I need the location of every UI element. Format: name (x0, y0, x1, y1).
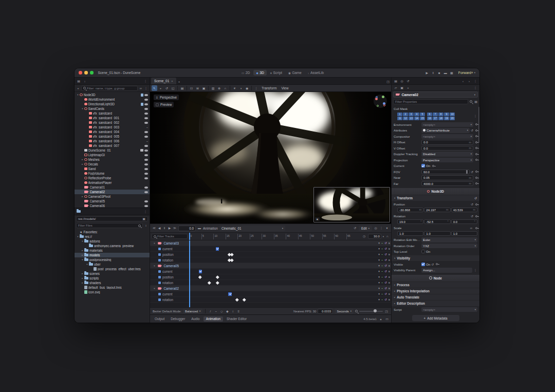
fs-item-shaders[interactable]: ▸shaders (75, 281, 150, 285)
vector-component-x[interactable]: 1.0 (397, 231, 423, 236)
panel-dots-menu-icon[interactable]: ⋮ (379, 226, 383, 231)
interpolation-mode-icon[interactable]: ~ (381, 241, 383, 245)
resource-picker[interactable]: <empty>▾ (421, 122, 473, 127)
movie-maker-icon[interactable]: ▬ (443, 70, 448, 76)
track-position[interactable]: position▾~↺≡ (150, 252, 391, 257)
keyframe-key-icon[interactable] (475, 159, 477, 161)
keyframe-key-icon[interactable] (436, 263, 438, 265)
scene-node-vfx-sandcard-002[interactable]: vfx_sandcard_002 (75, 120, 150, 125)
visibility-eye-icon[interactable] (144, 191, 148, 193)
curve-icon[interactable]: ~ (146, 126, 148, 129)
revert-icon[interactable]: ↺ (471, 170, 473, 174)
keyframe[interactable] (216, 247, 219, 251)
track-filter-input[interactable] (157, 235, 186, 238)
edited-node-dropdown[interactable]: Camera02 ▾ (393, 91, 478, 98)
menu-transform[interactable]: Transform (260, 86, 279, 90)
visibility-eye-icon[interactable] (144, 154, 148, 156)
lock-icon[interactable]: ⊡ (189, 85, 194, 91)
update-mode-icon[interactable]: ▾ (378, 281, 380, 284)
skip-backward-icon[interactable]: ≪ (152, 226, 156, 231)
current-time-field[interactable]: 0.0 (178, 226, 196, 231)
track-position[interactable]: position▾~↺≡ (150, 274, 391, 280)
update-mode-icon[interactable]: ▾ (378, 264, 380, 267)
track-menu-icon[interactable]: ≡ (388, 247, 390, 250)
scene-node-reflectionprobe[interactable]: ReflectionProbe (75, 176, 150, 180)
distraction-free-icon[interactable]: ◳ (386, 79, 390, 84)
section-process[interactable]: ▸Process (392, 282, 479, 288)
workspace-tab-2d[interactable]: ▭2D (239, 70, 252, 76)
inspector-extra-menu-icon[interactable]: ⋮ (473, 85, 477, 90)
revert-icon[interactable]: ↺ (474, 197, 477, 200)
axis-x-negative-icon[interactable] (383, 104, 385, 106)
scene-node-sandcards[interactable]: ▾SandCards (75, 106, 150, 111)
checkbox[interactable] (421, 250, 425, 253)
timeline-zoom-slider[interactable] (359, 311, 383, 312)
revert-icon[interactable]: ↺ (431, 263, 434, 266)
loop-mode-icon[interactable]: ↺ (384, 247, 387, 250)
cull-mask-bit-17[interactable]: 17 (433, 117, 438, 120)
track-menu-icon[interactable]: ≡ (388, 264, 390, 267)
vector-component-x[interactable]: 19.0° (397, 219, 423, 225)
cull-mask-bit-12[interactable]: 12 (403, 117, 408, 120)
scene-node-camera06[interactable]: Camera06 (75, 203, 150, 208)
workspace-tab-3d[interactable]: ◆3D (253, 70, 266, 76)
timeline-ruler[interactable]: 05101520253035404550556065 (189, 233, 361, 240)
fs-item-materials[interactable]: ▸materials (75, 248, 150, 253)
keyframe-key-icon[interactable] (475, 203, 477, 206)
number-field[interactable]: 0.05m (421, 175, 473, 180)
cull-mask-bit-13[interactable]: 13 (409, 117, 414, 120)
fs-item-scripts[interactable]: ▸scripts (75, 276, 150, 281)
vector-component-z[interactable]: 43.539m (451, 208, 477, 213)
option-dropdown[interactable]: YXZ▾ (421, 244, 477, 249)
interpolation-mode-icon[interactable]: ~ (381, 270, 383, 273)
bottom-tab-debugger[interactable]: Debugger (168, 316, 188, 322)
preview-checkbox[interactable] (156, 103, 159, 106)
bottom-tab-output[interactable]: Output (152, 316, 167, 322)
interpolation-mode-icon[interactable]: ~ (381, 292, 383, 295)
update-mode-icon[interactable]: ▾ (378, 241, 380, 245)
update-icon[interactable]: ▴ (379, 316, 383, 322)
keyframe[interactable] (243, 298, 246, 301)
curve-menu-icon[interactable]: ≡ (236, 309, 240, 314)
scene-node-vfx-sandcard-005[interactable]: vfx_sandcard_005 (75, 134, 150, 139)
track-group-camera03[interactable]: ▾Camera03▾~↺≡ (150, 240, 391, 246)
scene-node-lightmapgi[interactable]: LightmapGI (75, 153, 150, 157)
keyframe[interactable] (216, 281, 219, 284)
loop-mode-icon[interactable]: ↺ (384, 253, 387, 256)
expand-arrow-icon[interactable]: ▸ (81, 249, 84, 252)
track-rotation[interactable]: rotation▾~↺≡ (150, 257, 391, 263)
cull-mask-bit-14[interactable]: 14 (414, 117, 419, 120)
grid-icon[interactable]: ▦ (450, 70, 454, 76)
interpolation-mode-icon[interactable]: ~ (381, 258, 383, 262)
menu-view[interactable]: View (279, 86, 290, 90)
filesystem-filter[interactable] (76, 223, 143, 228)
keyframe-key-icon[interactable] (475, 129, 477, 132)
fs-item-favorites[interactable]: ★Favorites: (75, 230, 150, 234)
assign-button[interactable]: Assign... (421, 268, 472, 273)
visibility-eye-icon[interactable] (144, 99, 148, 101)
prev-object-icon[interactable]: ‹ (461, 79, 465, 84)
expand-arrow-icon[interactable]: ▸ (81, 195, 84, 198)
revert-icon[interactable]: ↺ (471, 128, 473, 132)
interpolation-mode-icon[interactable]: ~ (381, 287, 383, 290)
expand-panel-icon[interactable]: ▭ (385, 316, 389, 322)
update-mode-icon[interactable]: ▾ (378, 270, 380, 273)
visibility-eye-icon[interactable] (144, 205, 148, 207)
visibility-eye-icon[interactable] (144, 186, 148, 189)
keyframe-key-icon[interactable] (475, 177, 477, 179)
handle-balanced-icon[interactable]: ◇ (219, 309, 224, 314)
expand-arrow-icon[interactable]: ▾ (76, 235, 80, 238)
workspace-tab-script[interactable]: ≡Script (268, 70, 285, 76)
workspace-tab-assetlib[interactable]: ↓AssetLib (305, 70, 326, 76)
track-menu-icon[interactable]: ≡ (388, 292, 390, 295)
checkbox[interactable] (421, 263, 425, 266)
camera-preview-inset[interactable]: ▣ (313, 187, 390, 222)
move-tool-icon[interactable]: + (158, 85, 163, 91)
slider-grabber[interactable] (466, 170, 468, 174)
fs-item-res[interactable]: ▾res:// (75, 234, 150, 239)
track-rotation[interactable]: rotation▾~↺≡ (150, 280, 391, 286)
property-filter-input[interactable] (395, 100, 466, 103)
track-menu-icon[interactable]: ≡ (388, 241, 390, 245)
section-physics-interpolation[interactable]: ▸Physics Interpolation (392, 288, 479, 294)
track-group-camera05[interactable]: ▾Camera05▾~↺≡ (150, 263, 391, 269)
